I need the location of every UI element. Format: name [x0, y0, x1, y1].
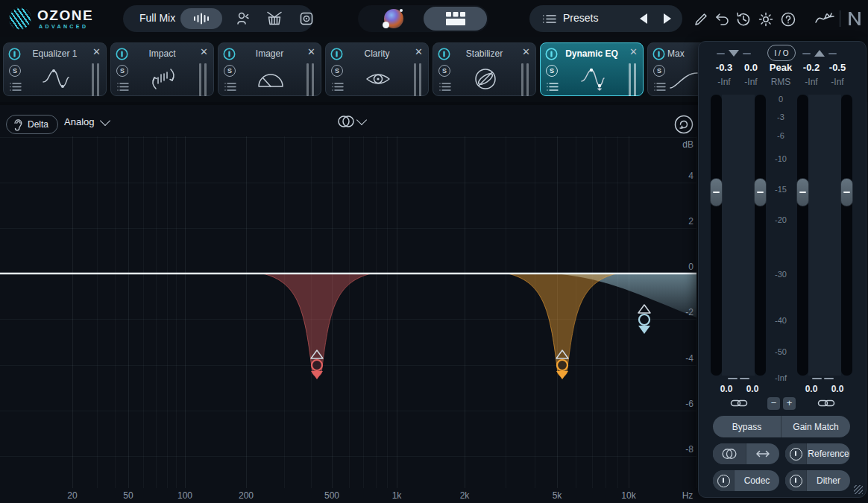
- out-rms-right: -Inf: [831, 77, 843, 87]
- close-icon[interactable]: ✕: [415, 47, 423, 57]
- close-icon[interactable]: ✕: [92, 47, 101, 57]
- menu-list-icon[interactable]: [547, 83, 559, 91]
- freq-tick: 500: [317, 490, 347, 501]
- output-gain-value-right[interactable]: 0.0: [831, 384, 844, 394]
- node-circle[interactable]: [312, 360, 322, 370]
- history-button[interactable]: [735, 11, 752, 28]
- menu-list-icon[interactable]: [654, 83, 666, 91]
- output-link-button[interactable]: [817, 398, 835, 408]
- power-icon[interactable]: [438, 48, 450, 60]
- solo-button[interactable]: S: [224, 65, 236, 77]
- trim-plus-button[interactable]: +: [783, 397, 796, 410]
- solo-button[interactable]: S: [331, 65, 343, 77]
- bypass-button[interactable]: Bypass: [713, 416, 781, 437]
- module-card-equalizer[interactable]: Equalizer 1 ✕ S: [3, 42, 107, 96]
- node-down-handle[interactable]: [638, 326, 650, 334]
- power-icon[interactable]: [652, 48, 665, 60]
- collapse-output-button[interactable]: [802, 46, 837, 60]
- resize-handle[interactable]: [854, 485, 863, 494]
- module-card-clarity[interactable]: Clarity ✕ S: [325, 42, 429, 96]
- reference-button[interactable]: Reference: [807, 443, 850, 464]
- output-gain-fader-right[interactable]: [840, 178, 853, 206]
- menu-list-icon[interactable]: [224, 83, 236, 91]
- close-icon[interactable]: ✕: [522, 47, 530, 57]
- vocals-target-button[interactable]: [229, 8, 256, 29]
- node-down-handle[interactable]: [556, 371, 568, 379]
- rms-label[interactable]: RMS: [771, 77, 791, 87]
- input-gain-value-right[interactable]: 0.0: [746, 384, 759, 394]
- solo-button[interactable]: S: [546, 65, 558, 77]
- help-button[interactable]: [780, 11, 796, 28]
- solo-button[interactable]: S: [438, 65, 450, 77]
- settings-button[interactable]: [758, 11, 774, 28]
- power-icon[interactable]: [8, 48, 21, 60]
- solo-button[interactable]: S: [653, 65, 665, 77]
- menu-list-icon[interactable]: [10, 83, 22, 91]
- eq-plot[interactable]: [0, 138, 696, 488]
- module-card-stabilizer[interactable]: Stabilizer ✕ S: [433, 42, 536, 96]
- undo-button[interactable]: [714, 13, 730, 26]
- menu-list-icon[interactable]: [117, 83, 129, 91]
- delta-button[interactable]: Delta: [6, 115, 58, 134]
- stereo-mode-button[interactable]: [713, 443, 746, 464]
- reference-power-button[interactable]: [785, 443, 807, 464]
- detailed-view-button[interactable]: [424, 7, 487, 31]
- inf-mark: [824, 378, 834, 379]
- close-icon[interactable]: ✕: [629, 47, 638, 57]
- eq-node-blue[interactable]: [638, 305, 650, 334]
- power-icon[interactable]: [330, 48, 343, 60]
- power-icon[interactable]: [116, 48, 128, 60]
- previous-preset-button[interactable]: [640, 13, 647, 24]
- output-gain-value-left[interactable]: 0.0: [805, 384, 818, 394]
- focus-target-button[interactable]: [293, 8, 320, 29]
- eq-mode-dropdown[interactable]: Analog: [64, 116, 109, 127]
- input-link-button[interactable]: [730, 398, 748, 408]
- node-down-handle[interactable]: [311, 371, 323, 379]
- gain-match-button[interactable]: Gain Match: [781, 416, 850, 437]
- power-icon[interactable]: [545, 48, 558, 60]
- module-card-dynamic-eq[interactable]: Dynamic EQ ✕ S: [540, 42, 644, 96]
- node-up-handle[interactable]: [638, 305, 650, 313]
- gear-icon: [758, 11, 774, 28]
- channel-selector[interactable]: [337, 115, 365, 128]
- codec-button[interactable]: Codec: [735, 470, 779, 491]
- close-icon[interactable]: ✕: [200, 47, 208, 57]
- signature-button[interactable]: [814, 10, 835, 27]
- solo-button[interactable]: S: [9, 65, 21, 77]
- collapse-input-button[interactable]: [717, 46, 751, 60]
- edit-button[interactable]: [694, 12, 708, 27]
- drums-target-button[interactable]: [261, 8, 288, 29]
- presets-bar[interactable]: Presets: [529, 5, 682, 32]
- input-gain-fader-right[interactable]: [754, 178, 767, 206]
- dither-power-button[interactable]: [785, 470, 807, 491]
- gain-match-label: Gain Match: [793, 422, 838, 432]
- menu-list-icon[interactable]: [332, 83, 344, 91]
- reset-icon: [673, 114, 694, 135]
- module-meter: [199, 63, 201, 96]
- node-circle[interactable]: [557, 360, 567, 370]
- peak-label[interactable]: Peak: [770, 62, 792, 73]
- freq-tick: 200: [231, 490, 261, 501]
- io-title[interactable]: I / O: [767, 45, 796, 61]
- input-gain-value-left[interactable]: 0.0: [720, 384, 733, 394]
- full-mix-view-button[interactable]: [180, 8, 222, 29]
- solo-button[interactable]: S: [116, 65, 128, 77]
- input-gain-fader-left[interactable]: [710, 178, 723, 206]
- list-icon: [543, 15, 556, 23]
- dither-button[interactable]: Dither: [807, 470, 850, 491]
- module-card-impact[interactable]: Impact ✕ S: [110, 42, 214, 96]
- trim-minus-button[interactable]: −: [767, 397, 780, 410]
- close-icon[interactable]: ✕: [307, 47, 315, 57]
- menu-list-icon[interactable]: [439, 83, 451, 91]
- module-card-imager[interactable]: Imager ✕ S: [218, 42, 321, 96]
- next-preset-button[interactable]: [664, 13, 671, 24]
- assistant-sphere-icon: [384, 9, 403, 28]
- output-gain-fader-left[interactable]: [796, 178, 809, 206]
- power-icon[interactable]: [223, 48, 236, 60]
- assistant-view-button[interactable]: [379, 8, 409, 29]
- ozone-logo-icon: [9, 7, 31, 30]
- node-circle[interactable]: [639, 314, 650, 325]
- width-button[interactable]: [746, 443, 779, 464]
- codec-power-button[interactable]: [713, 470, 735, 491]
- reset-button[interactable]: [673, 114, 694, 135]
